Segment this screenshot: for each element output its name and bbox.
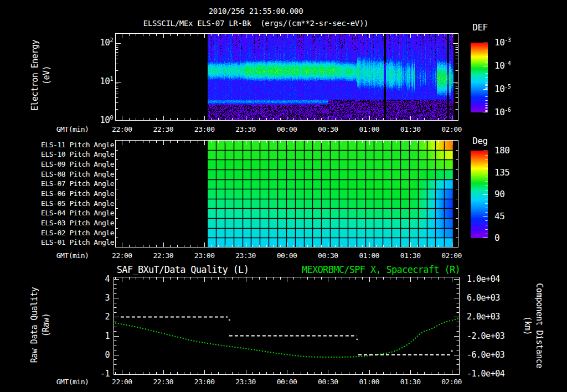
x-tick-label: 00:00 <box>270 378 303 386</box>
x-tick-label: 22:00 <box>105 126 138 133</box>
distance-tick-label: 2.0e+03 <box>467 312 511 322</box>
pitch-row-label: ELS-08 Pitch Angle <box>22 171 114 178</box>
plot-page: 2010/256 21:55:00.000 ELSSCIL/MEx ELS-07… <box>0 0 567 392</box>
x-tick-label: 01:30 <box>394 252 427 260</box>
x-tick-label: 02:00 <box>435 378 468 386</box>
x-tick-label: 23:00 <box>188 378 221 386</box>
pitch-row-label: ELS-01 Pitch Angle <box>22 239 114 246</box>
x-tick-label: 22:30 <box>147 252 180 260</box>
pitch-row-label: ELS-09 Pitch Angle <box>22 161 114 168</box>
deg-tick-label: 135 <box>494 168 528 178</box>
x-tick-label: 02:00 <box>435 252 468 260</box>
deg-colorbar-title: Deg <box>468 136 492 146</box>
pitch-row-label: ELS-07 Pitch Angle <box>22 180 114 188</box>
x-tick-label: 23:00 <box>188 126 221 133</box>
distance-tick-label: 1.0e+04 <box>467 275 511 284</box>
deg-tick-label: 45 <box>494 212 528 221</box>
pitch-row-label: ELS-10 Pitch Angle <box>22 151 114 158</box>
quality-tick-label: 2 <box>90 312 110 322</box>
x-tick-label: 00:30 <box>311 252 344 260</box>
deg-tick-label: 180 <box>494 146 528 156</box>
def-tick-label: 10-4 <box>494 61 528 71</box>
x-tick-label: 22:00 <box>105 252 138 260</box>
gmt-axis-label-2: GMT(min) <box>56 252 89 260</box>
x-tick-label: 23:00 <box>188 252 221 260</box>
x-tick-label: 01:00 <box>353 126 386 133</box>
x-tick-label: 01:00 <box>353 378 386 386</box>
pitch-row-label: ELS-03 Pitch Angle <box>22 219 114 227</box>
x-tick-label: 00:00 <box>270 126 303 133</box>
x-tick-label: 00:30 <box>311 378 344 386</box>
def-tick-label: 10-3 <box>494 38 528 48</box>
bottom-title-right: MEXORBMC/SPF X, Spacecraft (R) <box>292 265 470 275</box>
def-tick-label: 10-5 <box>494 84 528 94</box>
x-tick-label: 01:30 <box>394 378 427 386</box>
quality-tick-label: -1 <box>90 369 110 379</box>
quality-tick-label: 4 <box>90 275 110 284</box>
x-tick-label: 22:00 <box>105 378 138 386</box>
distance-tick-label: -2.0e+03 <box>467 332 511 341</box>
def-colorbar <box>471 43 488 112</box>
x-tick-label: 23:30 <box>229 126 262 133</box>
raw-quality-axis-label: Raw Data Quality (Raw) <box>29 253 52 392</box>
gmt-axis-label-3: GMT(min) <box>56 378 89 386</box>
gmt-axis-label-1: GMT(min) <box>56 126 89 133</box>
pitch-row-label: ELS-06 Pitch Angle <box>22 190 114 198</box>
energy-axis-label: Electron Energy (eV) <box>29 3 53 147</box>
quality-tick-label: 1 <box>90 332 110 341</box>
distance-tick-label: -1.0e+04 <box>467 369 511 379</box>
x-tick-label: 23:30 <box>229 252 262 260</box>
component-distance-axis-label: Component Distance (km) <box>522 254 545 392</box>
x-tick-label: 00:30 <box>311 126 344 133</box>
pitch-angle-plot <box>115 140 458 247</box>
bottom-title-left: SAF_BXuT/Data Quality (L) <box>94 265 271 275</box>
def-colorbar-title: DEF <box>468 23 492 33</box>
page-title-datetime: 2010/256 21:55:00.000 <box>145 7 367 16</box>
x-tick-label: 23:30 <box>229 378 262 386</box>
page-title-instrument: ELSSCIL/MEx ELS-07 LR-Bk (ergs/(cm**2-sr… <box>90 19 422 28</box>
x-tick-label: 02:00 <box>435 126 468 133</box>
x-tick-label: 22:30 <box>147 126 180 133</box>
distance-tick-label: 6.0e+03 <box>467 293 511 303</box>
deg-tick-label: 90 <box>494 189 528 199</box>
deg-colorbar <box>471 151 488 238</box>
deg-tick-label: 0 <box>494 233 528 243</box>
energy-tick-label: 100 <box>87 115 113 125</box>
pitch-row-label: ELS-11 Pitch Angle <box>22 141 114 149</box>
energy-tick-label: 102 <box>87 38 113 48</box>
quality-tick-label: 3 <box>90 293 110 303</box>
energy-spectrogram-plot <box>115 33 458 121</box>
x-tick-label: 01:00 <box>353 252 386 260</box>
quality-distance-plot <box>114 277 460 375</box>
quality-tick-label: 0 <box>90 350 110 360</box>
x-tick-label: 01:30 <box>394 126 427 133</box>
distance-tick-label: -6.0e+03 <box>467 350 511 360</box>
energy-tick-label: 101 <box>87 76 113 86</box>
def-tick-label: 10-6 <box>494 107 528 117</box>
pitch-row-label: ELS-05 Pitch Angle <box>22 200 114 208</box>
pitch-row-label: ELS-04 Pitch Angle <box>22 209 114 217</box>
x-tick-label: 00:00 <box>270 252 303 260</box>
pitch-row-label: ELS-02 Pitch Angle <box>22 229 114 237</box>
x-tick-label: 22:30 <box>147 378 180 386</box>
